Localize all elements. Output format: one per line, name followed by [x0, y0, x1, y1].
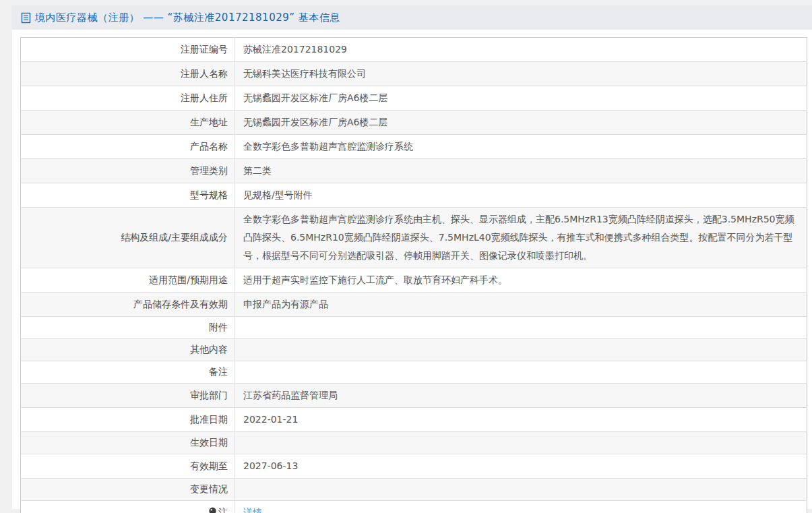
row-value-cell: 无锡蠡园开发区标准厂房A6楼二层: [235, 86, 807, 111]
page-header: 境内医疗器械（注册） —— “苏械注准20172181029” 基本信息: [12, 5, 812, 30]
row-value-cell: 全数字彩色多普勒超声宫腔监测诊疗系统: [235, 135, 807, 159]
table-row-model-spec: 型号规格 见规格/型号附件: [21, 183, 807, 208]
details-link[interactable]: 详情: [243, 507, 262, 513]
row-label-cell: 审批部门: [21, 384, 235, 408]
row-value-cell: 江苏省药品监督管理局: [235, 384, 807, 408]
row-value-cell: 全数字彩色多普勒超声宫腔监测诊疗系统由主机、探头、显示器组成，主配6.5MHzR…: [235, 208, 807, 268]
row-value-cell: 第二类: [235, 159, 807, 183]
table-row-approval-date: 批准日期 2022-01-21: [21, 408, 807, 432]
table-row-effective-date: 生效日期: [21, 432, 807, 454]
table-row-expiry-date: 有效期至 2027-06-13: [21, 454, 807, 479]
row-label-cell: 其他内容: [21, 339, 235, 361]
content-card: 境内医疗器械（注册） —— “苏械注准20172181029” 基本信息 注册证…: [12, 5, 812, 509]
row-label-cell: 附件: [21, 317, 235, 339]
row-value-cell: 申报产品为有源产品: [235, 293, 807, 317]
row-value-cell: 无锡科美达医疗科技有限公司: [235, 62, 807, 86]
page-title: 境内医疗器械（注册） —— “苏械注准20172181029” 基本信息: [35, 11, 340, 24]
row-label-cell: 注册人住所: [21, 86, 235, 111]
row-label-cell: 型号规格: [21, 183, 235, 208]
balloon-note-icon: [208, 507, 217, 513]
row-value-cell: 2022-01-21: [235, 408, 807, 432]
row-value-cell: [235, 432, 807, 454]
registration-info-table: 注册证编号 苏械注准20172181029 注册人名称 无锡科美达医疗科技有限公…: [20, 37, 807, 513]
row-label-cell: 注册人名称: [21, 62, 235, 86]
row-value-cell: [235, 361, 807, 384]
row-label-cell: 管理类别: [21, 159, 235, 183]
row-label-cell: 生效日期: [21, 432, 235, 454]
row-label-cell: 适用范围/预期用途: [21, 268, 235, 293]
table-row-production-address: 生产地址 无锡蠡园开发区标准厂房A6楼二层: [21, 111, 807, 135]
registration-info-table-wrap: 注册证编号 苏械注准20172181029 注册人名称 无锡科美达医疗科技有限公…: [20, 37, 812, 513]
table-row-remarks: 备注: [21, 361, 807, 384]
row-label-cell: 产品储存条件及有效期: [21, 293, 235, 317]
row-label-cell: 变更情况: [21, 479, 235, 501]
row-label-cell: 结构及组成/主要组成成分: [21, 208, 235, 268]
table-row-change-status: 变更情况: [21, 479, 807, 501]
row-label-cell: 备注: [21, 361, 235, 384]
table-row-management-category: 管理类别 第二类: [21, 159, 807, 183]
row-value-cell: [235, 339, 807, 361]
table-row-intended-use: 适用范围/预期用途 适用于超声实时监控下施行人工流产、取放节育环妇产科手术。: [21, 268, 807, 293]
row-value-cell: 苏械注准20172181029: [235, 38, 807, 62]
table-row-product-name: 产品名称 全数字彩色多普勒超声宫腔监测诊疗系统: [21, 135, 807, 159]
row-value-cell: 2027-06-13: [235, 454, 807, 479]
row-value-cell: 适用于超声实时监控下施行人工流产、取放节育环妇产科手术。: [235, 268, 807, 293]
table-row-other-content: 其他内容: [21, 339, 807, 361]
table-row-registrant-address: 注册人住所 无锡蠡园开发区标准厂房A6楼二层: [21, 86, 807, 111]
row-label-cell: 有效期至: [21, 454, 235, 479]
row-value-cell: 见规格/型号附件: [235, 183, 807, 208]
row-label-cell: 生产地址: [21, 111, 235, 135]
table-row-attachments: 附件: [21, 317, 807, 339]
document-icon: [21, 12, 31, 24]
row-value-cell: 无锡蠡园开发区标准厂房A6楼二层: [235, 111, 807, 135]
table-row-registrant-name: 注册人名称 无锡科美达医疗科技有限公司: [21, 62, 807, 86]
table-row-approval-department: 审批部门 江苏省药品监督管理局: [21, 384, 807, 408]
row-label-cell: 批准日期: [21, 408, 235, 432]
row-label-cell: 注册证编号: [21, 38, 235, 62]
row-value-cell: [235, 317, 807, 339]
table-row-storage-validity: 产品储存条件及有效期 申报产品为有源产品: [21, 293, 807, 317]
row-value-cell: [235, 479, 807, 501]
note-label-text: 注: [218, 507, 228, 513]
row-label-cell: 产品名称: [21, 135, 235, 159]
row-value-cell: 详情: [235, 501, 807, 513]
table-row-certificate-number: 注册证编号 苏械注准20172181029: [21, 38, 807, 62]
table-row-structure-composition: 结构及组成/主要组成成分 全数字彩色多普勒超声宫腔监测诊疗系统由主机、探头、显示…: [21, 208, 807, 268]
table-row-note: 注 详情: [21, 501, 807, 513]
row-label-cell: 注: [21, 501, 235, 513]
